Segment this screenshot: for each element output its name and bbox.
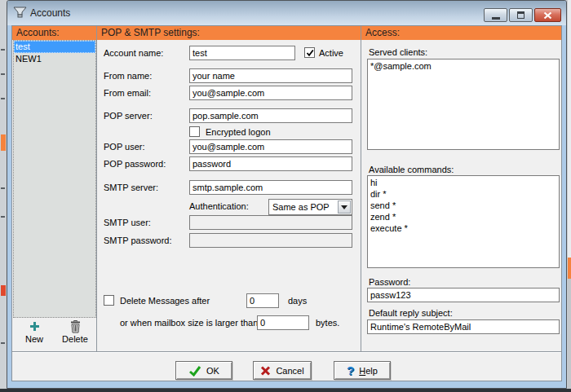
settings-panel-header: POP & SMTP settings:: [97, 26, 361, 40]
active-label: Active: [319, 48, 343, 58]
chevron-down-icon: [341, 205, 347, 213]
mailbox-size-label: or when mailbox size is larger than: [120, 318, 258, 328]
minimize-button[interactable]: [484, 8, 507, 22]
delete-messages-label: Delete Messages after: [120, 296, 210, 306]
authentication-select[interactable]: Same as POP: [268, 199, 352, 215]
panel-divider: [361, 26, 361, 352]
background-window-sliver-right: [568, 0, 571, 389]
encrypted-logon-checkbox[interactable]: [189, 126, 200, 137]
question-icon: ?: [347, 364, 354, 377]
bytes-suffix-label: bytes.: [316, 318, 339, 328]
authentication-label: Authentication:: [189, 201, 249, 211]
new-account-button[interactable]: New: [16, 319, 52, 350]
served-clients-label: Served clients:: [369, 47, 427, 57]
accounts-list[interactable]: test NEW1: [13, 40, 96, 318]
check-icon: [188, 365, 201, 377]
smtp-password-input: [189, 233, 352, 248]
background-window-sliver-bottom: [0, 389, 571, 392]
pop-server-input[interactable]: [189, 108, 352, 123]
delete-after-days-input[interactable]: [246, 293, 279, 308]
cancel-button-label: Cancel: [276, 366, 303, 376]
from-email-label: From email:: [104, 88, 151, 98]
close-button[interactable]: [534, 8, 561, 22]
help-button[interactable]: ? Help: [334, 361, 391, 380]
minimize-icon: [492, 17, 500, 20]
x-icon: [260, 366, 271, 376]
from-name-input[interactable]: [189, 68, 352, 83]
access-panel-header: Access:: [361, 26, 561, 40]
accounts-panel-header: Accounts:: [12, 26, 96, 40]
titlebar[interactable]: Accounts: [7, 1, 566, 25]
window-title: Accounts: [30, 7, 70, 19]
trash-icon: [69, 319, 82, 333]
mail-icon: [13, 7, 27, 19]
available-commands-textarea[interactable]: hi dir * send * zend * execute *: [367, 175, 560, 268]
check-icon: [306, 49, 314, 57]
default-reply-subject-label: Default reply subject:: [369, 308, 453, 318]
screen: Accounts Accounts: POP & SMTP settings: …: [0, 0, 571, 392]
delete-messages-checkbox[interactable]: [104, 295, 114, 306]
account-name-label: Account name:: [104, 48, 163, 58]
list-item-new1[interactable]: NEW1: [14, 53, 95, 65]
available-commands-label: Available commands:: [369, 165, 454, 174]
smtp-server-input[interactable]: [189, 180, 352, 195]
encrypted-logon-label: Encrypted logon: [206, 127, 271, 137]
account-name-input[interactable]: [189, 46, 295, 60]
access-password-input[interactable]: [367, 288, 560, 302]
maximize-button[interactable]: [509, 8, 533, 22]
served-clients-textarea[interactable]: *@sample.com: [367, 59, 560, 150]
smtp-server-label: SMTP server:: [104, 183, 158, 192]
pop-user-input[interactable]: [189, 139, 352, 154]
cancel-button[interactable]: Cancel: [253, 361, 312, 380]
accounts-dialog: Accounts Accounts: POP & SMTP settings: …: [7, 0, 567, 389]
smtp-user-input: [189, 215, 352, 230]
delete-account-button[interactable]: Delete: [57, 319, 93, 350]
dialog-body: Accounts: POP & SMTP settings: Access: t…: [11, 25, 562, 381]
pop-server-label: POP server:: [104, 111, 153, 121]
pop-password-label: POP password:: [104, 159, 166, 169]
from-name-label: From name:: [104, 71, 152, 81]
from-email-input[interactable]: [189, 86, 352, 100]
help-button-label: Help: [359, 366, 378, 376]
pop-password-input[interactable]: [189, 156, 352, 171]
smtp-user-label: SMTP user:: [104, 218, 151, 227]
new-button-label: New: [25, 334, 43, 344]
footer-divider-highlight: [12, 352, 561, 353]
smtp-password-label: SMTP password:: [104, 236, 172, 245]
background-window-sliver-left: [0, 0, 7, 389]
default-reply-subject-input[interactable]: [367, 319, 560, 334]
pop-user-label: POP user:: [104, 142, 145, 152]
mailbox-size-input[interactable]: [257, 315, 309, 330]
authentication-value: Same as POP: [272, 202, 330, 212]
days-suffix-label: days: [288, 296, 307, 306]
ok-button-label: OK: [206, 366, 219, 376]
close-icon: [543, 11, 552, 20]
active-checkbox[interactable]: [304, 47, 315, 58]
ok-button[interactable]: OK: [175, 361, 232, 380]
plus-icon: [29, 319, 40, 333]
list-item-test[interactable]: test: [14, 41, 95, 53]
authentication-dropdown-button[interactable]: [338, 200, 351, 214]
access-password-label: Password:: [369, 277, 410, 287]
panel-divider: [96, 26, 97, 352]
maximize-icon: [517, 11, 525, 19]
delete-button-label: Delete: [62, 334, 88, 344]
